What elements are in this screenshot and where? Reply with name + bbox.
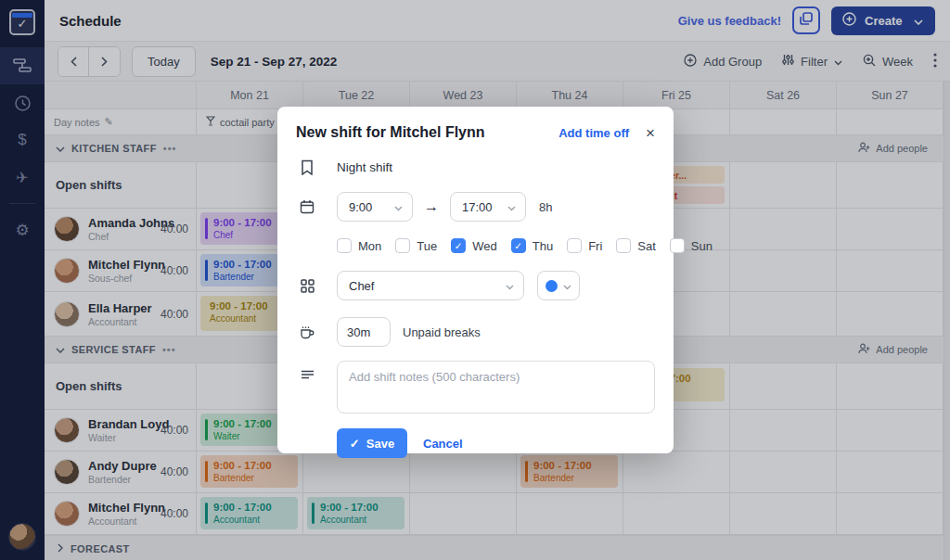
shift-duration: 8h	[539, 200, 552, 214]
arrow-right-icon: →	[413, 198, 450, 215]
modal-title: New shift for Mitchel Flynn	[296, 124, 485, 141]
shift-notes-textarea[interactable]	[337, 361, 655, 414]
checkbox-checked-icon: ✓	[451, 238, 466, 253]
start-time-select[interactable]: 9:00	[337, 192, 413, 222]
save-button[interactable]: ✓ Save	[337, 428, 407, 458]
check-icon: ✓	[350, 437, 360, 451]
grid-icon	[296, 279, 318, 293]
break-duration-input[interactable]	[337, 317, 391, 347]
day-label: Mon	[358, 239, 381, 253]
bookmark-icon	[296, 159, 318, 175]
day-checkbox-mon[interactable]: Mon	[337, 238, 381, 253]
day-label: Wed	[472, 239, 497, 253]
day-checkbox-fri[interactable]: Fri	[567, 238, 602, 253]
checkbox-icon	[616, 238, 631, 253]
checkbox-icon	[337, 238, 352, 253]
shift-color-select[interactable]	[537, 271, 580, 300]
close-icon[interactable]: ×	[646, 125, 655, 141]
break-row: Unpaid breaks	[296, 317, 655, 347]
coffee-cup-icon	[296, 325, 318, 339]
new-shift-modal: New shift for Mitchel Flynn Add time off…	[277, 107, 674, 453]
position-row: Chef	[296, 271, 655, 300]
notes-row	[296, 361, 655, 414]
schedule-app: ✓ $ ✈ ⚙ Schedule Give us fee	[0, 0, 950, 560]
chevron-down-icon	[506, 279, 514, 293]
day-label: Fri	[588, 239, 602, 253]
day-checkbox-sun[interactable]: Sun	[670, 238, 712, 253]
checkbox-icon	[670, 238, 685, 253]
day-label: Tue	[417, 239, 437, 253]
checkbox-icon	[395, 238, 410, 253]
shift-name-row: Night shift	[296, 159, 655, 175]
position-value: Chef	[349, 279, 374, 293]
day-label: Sat	[637, 239, 656, 253]
day-label: Sun	[691, 239, 712, 253]
shift-name-value[interactable]: Night shift	[337, 160, 392, 174]
chevron-down-icon	[507, 200, 516, 214]
day-label: Thu	[533, 239, 553, 253]
position-select[interactable]: Chef	[337, 271, 524, 300]
day-checkbox-thu[interactable]: ✓Thu	[511, 238, 553, 253]
day-checkbox-sat[interactable]: Sat	[616, 238, 656, 253]
cancel-button[interactable]: Cancel	[423, 437, 463, 451]
end-time-select[interactable]: 17:00	[450, 192, 526, 222]
checkbox-icon	[567, 238, 582, 253]
color-dot-icon	[546, 280, 558, 292]
day-checkbox-tue[interactable]: Tue	[395, 238, 437, 253]
day-checkbox-wed[interactable]: ✓Wed	[451, 238, 497, 253]
chevron-down-icon	[394, 200, 403, 214]
modal-actions: ✓ Save Cancel	[337, 428, 655, 458]
notes-lines-icon	[296, 370, 318, 381]
chevron-down-icon	[563, 279, 571, 293]
start-time-value: 9:00	[349, 200, 372, 214]
break-label: Unpaid breaks	[403, 325, 481, 339]
repeat-days-row: Mon Tue ✓Wed ✓Thu Fri Sat Sun	[337, 238, 655, 253]
checkbox-checked-icon: ✓	[511, 238, 526, 253]
save-label: Save	[366, 437, 394, 451]
calendar-icon	[296, 199, 318, 214]
add-time-off-link[interactable]: Add time off	[558, 126, 629, 140]
end-time-value: 17:00	[462, 200, 493, 214]
shift-time-row: 9:00 → 17:00 8h	[296, 192, 655, 222]
